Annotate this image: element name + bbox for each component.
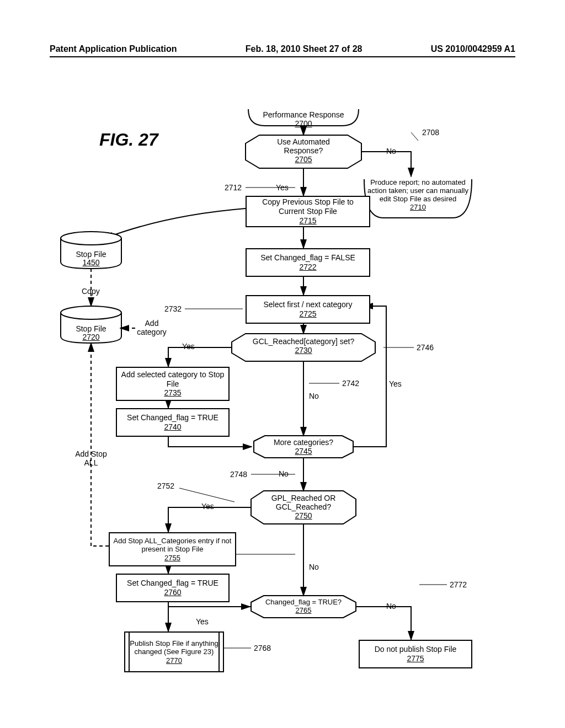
node-2710: Produce report; no automated action take… [367, 178, 469, 211]
node-2700-text: Performance Response [263, 110, 344, 119]
node-2735-ref: 2735 [164, 388, 181, 398]
db-1450-text: Stop File [76, 250, 106, 259]
label-no-2750: No [309, 563, 319, 571]
node-2775: Do not publish Stop File 2775 [359, 640, 472, 668]
label-add-category: Add category [132, 319, 171, 336]
label-no-2745: No [279, 469, 289, 478]
node-2730-text: GCL_Reached[category] set? [253, 337, 354, 346]
node-2765-ref: 2765 [296, 606, 312, 614]
node-2722-text: Set Changed_flag = FALSE [260, 253, 355, 263]
node-2730-ref: 2730 [295, 346, 312, 355]
label-yes-2705: Yes [276, 183, 289, 192]
node-2735: Add selected category to Stop File 2735 [116, 367, 230, 401]
ref-2712: 2712 [225, 183, 242, 192]
node-2705-ref: 2705 [295, 155, 312, 164]
label-add-stop-all: Add Stop ALL [69, 449, 113, 467]
flowchart-svg [0, 0, 565, 728]
db-1450-ref: 1450 [82, 258, 99, 267]
node-2760: Set Changed_flag = TRUE 2760 [116, 574, 230, 602]
db-2720-ref: 2720 [82, 333, 99, 341]
node-2705-text: Use Automated Response? [277, 137, 330, 155]
db-2720-text: Stop File [76, 324, 106, 333]
label-yes-2750: Yes [201, 502, 214, 511]
label-no-2705: No [386, 147, 396, 156]
node-2715-ref: 2715 [299, 216, 316, 226]
label-no-2730: No [309, 392, 319, 400]
node-2725-text: Select first / next category [263, 300, 352, 309]
label-no-2765: No [386, 602, 396, 611]
ref-2708: 2708 [422, 128, 439, 137]
ref-2748: 2748 [230, 470, 247, 479]
label-yes-2745: Yes [389, 379, 402, 388]
ref-2772: 2772 [450, 580, 467, 589]
ref-2742: 2742 [342, 379, 359, 388]
db-1450: Stop File 1450 [61, 238, 121, 255]
node-2740: Set Changed_flag = TRUE 2740 [116, 408, 230, 437]
node-2710-text: Produce report; no automated action take… [367, 178, 468, 203]
node-2715: Copy Previous Stop File to Current Stop … [246, 196, 370, 227]
node-2745-text: More categories? [274, 438, 333, 447]
node-2775-ref: 2775 [407, 654, 424, 663]
node-2745: More categories? 2745 [262, 438, 345, 456]
ref-2746: 2746 [417, 343, 434, 352]
label-yes-2765: Yes [196, 617, 209, 626]
node-2700: Performance Response 2700 [254, 110, 353, 128]
node-2745-ref: 2745 [295, 447, 312, 456]
node-2775-text: Do not publish Stop File [375, 645, 457, 654]
node-2765-text: Changed_flag = TRUE? [265, 598, 342, 606]
ref-2752: 2752 [157, 481, 174, 490]
node-2755-ref: 2755 [164, 554, 180, 563]
node-2722-ref: 2722 [299, 263, 316, 272]
node-2722: Set Changed_flag = FALSE 2722 [246, 248, 370, 277]
node-2740-ref: 2740 [164, 422, 181, 432]
node-2770-text: Publish Stop File if anything changed (S… [129, 639, 220, 656]
page: Patent Application Publication Feb. 18, … [0, 0, 565, 728]
db-2720: Stop File 2720 [61, 313, 121, 330]
label-yes-2730: Yes [182, 342, 195, 351]
node-2755: Add Stop ALL_Categories entry if not pre… [109, 532, 236, 566]
ref-2732: 2732 [164, 304, 182, 313]
node-2735-text: Add selected category to Stop File [120, 370, 225, 389]
node-2770: Publish Stop File if anything changed (S… [124, 631, 224, 672]
node-2725: Select first / next category 2725 [246, 295, 370, 324]
node-2710-ref: 2710 [410, 203, 426, 211]
svg-line-13 [179, 488, 234, 502]
node-2765: Changed_flag = TRUE? 2765 [259, 598, 348, 614]
node-2770-ref: 2770 [166, 656, 182, 665]
node-2750-text: GPL_Reached OR GCL_Reached? [271, 494, 336, 511]
node-2750-ref: 2750 [295, 511, 312, 520]
node-2705: Use Automated Response? 2705 [259, 137, 348, 164]
ref-2768: 2768 [254, 644, 271, 652]
node-2715-text: Copy Previous Stop File to Current Stop … [250, 197, 366, 216]
label-copy: Copy [82, 287, 100, 296]
node-2740-text: Set Changed_flag = TRUE [127, 413, 218, 422]
node-2760-ref: 2760 [164, 588, 181, 597]
node-2730: GCL_Reached[category] set? 2730 [246, 337, 361, 355]
node-2760-text: Set Changed_flag = TRUE [127, 579, 218, 588]
node-2750: GPL_Reached OR GCL_Reached? 2750 [259, 494, 348, 520]
node-2725-ref: 2725 [299, 309, 316, 319]
node-2755-text: Add Stop ALL_Categories entry if not pre… [113, 537, 232, 554]
node-2700-ref: 2700 [295, 119, 312, 128]
